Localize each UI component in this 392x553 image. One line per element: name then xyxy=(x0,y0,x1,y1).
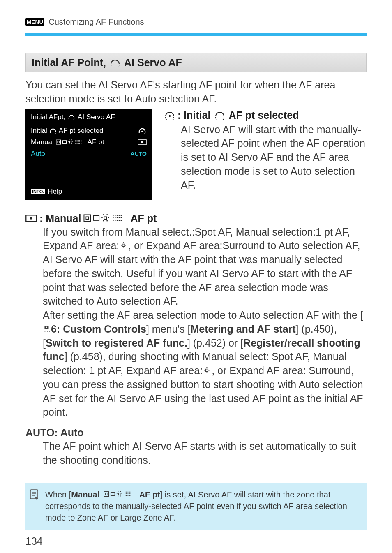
auto-area-ring-icon xyxy=(214,111,226,120)
opt2-p2b: ] menu's [ xyxy=(146,323,191,335)
lcd-help-text: Help xyxy=(48,187,62,196)
svg-rect-93 xyxy=(127,493,128,494)
lcd-row2-a: Manual xyxy=(31,138,54,146)
svg-rect-85 xyxy=(120,496,121,497)
lcd-row2-b: AF pt xyxy=(88,138,104,146)
lcd-title-b: AI Servo AF xyxy=(78,113,115,121)
svg-rect-42 xyxy=(115,215,115,215)
lcd-title: Initial AFpt, AI Servo AF xyxy=(26,110,152,125)
svg-rect-82 xyxy=(117,493,118,494)
menu-badge: MENU xyxy=(25,18,44,26)
note-bold-a: Manual xyxy=(71,490,99,499)
svg-rect-43 xyxy=(117,215,118,215)
svg-rect-81 xyxy=(120,491,121,492)
header-accent-bar xyxy=(25,33,367,36)
svg-rect-33 xyxy=(94,216,99,220)
breadcrumb-text: Customizing AF Functions xyxy=(48,17,144,27)
svg-rect-27 xyxy=(141,141,143,143)
lcd-help-row: INFO. Help xyxy=(26,185,152,200)
svg-rect-84 xyxy=(118,496,118,497)
svg-rect-39 xyxy=(103,220,104,221)
auto-area-ring-icon xyxy=(49,128,57,134)
af-mode-glyphs-icon xyxy=(83,214,128,223)
svg-rect-96 xyxy=(125,495,125,496)
svg-rect-9 xyxy=(69,143,70,144)
svg-rect-68 xyxy=(204,370,205,370)
section-heading: Initial AF Point, AI Servo AF xyxy=(25,53,367,72)
svg-rect-17 xyxy=(76,141,77,142)
svg-point-28 xyxy=(169,115,171,117)
svg-rect-100 xyxy=(130,495,131,496)
svg-rect-95 xyxy=(130,493,131,494)
svg-rect-55 xyxy=(121,220,122,221)
svg-rect-98 xyxy=(127,495,128,496)
svg-rect-31 xyxy=(84,215,91,221)
svg-rect-34 xyxy=(104,217,107,219)
svg-rect-46 xyxy=(113,217,114,218)
svg-rect-14 xyxy=(79,140,80,141)
rect-dot-icon xyxy=(25,215,37,222)
svg-rect-48 xyxy=(117,217,118,218)
svg-rect-13 xyxy=(78,140,79,141)
svg-rect-40 xyxy=(107,220,108,221)
opt2-head-b: AF pt xyxy=(130,213,157,224)
svg-rect-16 xyxy=(75,141,76,142)
opt2-bold2: Metering and AF start xyxy=(191,323,296,335)
af-mode-glyphs-icon xyxy=(102,491,137,497)
svg-rect-60 xyxy=(123,248,124,248)
ring-dot-icon xyxy=(164,111,176,120)
svg-rect-23 xyxy=(78,143,79,144)
svg-rect-10 xyxy=(71,143,72,144)
lcd-spacer xyxy=(26,160,152,185)
svg-rect-36 xyxy=(107,214,108,215)
svg-rect-21 xyxy=(75,143,76,144)
svg-rect-91 xyxy=(125,493,125,494)
svg-rect-90 xyxy=(130,492,131,493)
svg-rect-50 xyxy=(121,217,122,218)
svg-rect-30 xyxy=(30,217,32,219)
svg-rect-69 xyxy=(209,370,210,370)
svg-rect-59 xyxy=(123,242,124,243)
option2-body: If you switch from Manual select.:Spot A… xyxy=(43,225,367,420)
breadcrumb: MENU Customizing AF Functions xyxy=(25,17,367,27)
svg-rect-2 xyxy=(58,141,59,143)
lcd-row3-value: AUTO xyxy=(131,150,147,157)
svg-rect-83 xyxy=(121,493,122,494)
svg-rect-7 xyxy=(68,141,69,142)
svg-rect-1 xyxy=(56,140,61,144)
option2-heading: : Manual AF pt xyxy=(25,213,367,224)
svg-rect-32 xyxy=(86,217,89,219)
auto-area-ring-icon xyxy=(109,58,121,67)
svg-rect-80 xyxy=(118,491,118,492)
lcd-row1-a: Initial xyxy=(31,127,47,135)
opt2-p2d: ] (p.452) or [ xyxy=(187,337,243,349)
note-bold-b: AF pt xyxy=(139,490,160,499)
svg-rect-70 xyxy=(206,367,207,368)
af-mode-glyphs-icon xyxy=(56,139,85,146)
svg-rect-49 xyxy=(119,217,120,218)
info-badge: INFO. xyxy=(31,189,45,194)
svg-rect-97 xyxy=(126,495,127,496)
svg-rect-41 xyxy=(113,215,114,215)
svg-rect-94 xyxy=(129,493,130,494)
svg-rect-15 xyxy=(81,140,81,141)
svg-point-0 xyxy=(141,130,143,132)
svg-rect-58 xyxy=(125,245,126,246)
svg-rect-24 xyxy=(79,143,80,144)
svg-rect-47 xyxy=(115,217,115,218)
opt1-head-b: AF pt selected xyxy=(229,109,299,121)
svg-rect-45 xyxy=(121,215,122,215)
svg-rect-65 xyxy=(47,331,48,331)
note-a: When [ xyxy=(45,490,71,499)
svg-rect-78 xyxy=(111,493,115,496)
heading-text-a: Initial AF Point, xyxy=(32,57,106,69)
intro-paragraph: You can set the AI Servo AF's starting A… xyxy=(25,78,367,106)
svg-rect-64 xyxy=(46,331,46,331)
svg-rect-67 xyxy=(206,369,208,372)
svg-rect-89 xyxy=(129,492,130,493)
svg-rect-20 xyxy=(81,141,81,142)
svg-rect-44 xyxy=(119,215,120,215)
svg-rect-66 xyxy=(49,331,50,331)
svg-rect-79 xyxy=(118,493,120,495)
lcd-row3-label: Auto xyxy=(31,150,45,158)
